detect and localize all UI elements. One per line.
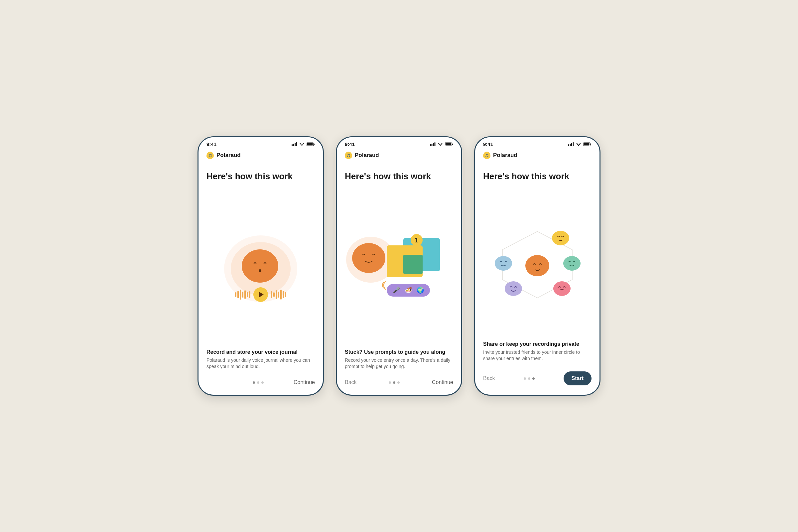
illustration-area-3 bbox=[483, 188, 591, 341]
phone-content-2: Here's how this work bbox=[337, 163, 461, 374]
wave-bar bbox=[249, 291, 250, 298]
app-name-1: Polaraud bbox=[216, 152, 241, 158]
wave-bar bbox=[280, 290, 282, 300]
status-time-1: 9:41 bbox=[207, 141, 216, 147]
svg-rect-1 bbox=[293, 144, 294, 146]
illustration-area-2: 1 🎤 🍜 🌍 bbox=[345, 188, 453, 349]
pagination-dots-3 bbox=[524, 377, 535, 380]
status-bar-2: 9:41 bbox=[337, 137, 461, 149]
wifi-icon-2 bbox=[438, 142, 443, 146]
svg-rect-23 bbox=[584, 143, 590, 145]
screen-title-1: Here's how this work bbox=[207, 171, 315, 182]
svg-rect-2 bbox=[294, 143, 296, 146]
p2-prompt-bar: 🎤 🍜 🌍 bbox=[387, 284, 430, 297]
app-name-3: Polaraud bbox=[493, 152, 517, 158]
svg-rect-12 bbox=[435, 142, 436, 146]
globe-icon: 🌍 bbox=[417, 287, 424, 294]
illustration-area-1 bbox=[207, 188, 315, 349]
wave-bar bbox=[276, 290, 277, 299]
wave-bar bbox=[285, 292, 286, 297]
svg-point-27 bbox=[495, 256, 512, 271]
p2-green-sq bbox=[403, 255, 423, 274]
start-button[interactable]: Start bbox=[564, 372, 591, 385]
continue-button-1[interactable]: Continue bbox=[293, 379, 315, 385]
p2-sound-waves bbox=[381, 281, 387, 290]
subtitle-1: Record and store your voice journal bbox=[207, 349, 315, 355]
wave-bar bbox=[283, 291, 284, 298]
status-icons-2 bbox=[430, 142, 453, 146]
svg-point-30 bbox=[553, 281, 571, 296]
svg-rect-15 bbox=[445, 143, 451, 145]
battery-icon-2 bbox=[445, 142, 453, 146]
svg-point-26 bbox=[552, 231, 569, 245]
dot-1-active bbox=[253, 381, 255, 384]
wave-bar bbox=[278, 291, 279, 298]
wifi-icon-3 bbox=[576, 142, 581, 146]
nav-bar-2: 🎵 Polaraud bbox=[337, 149, 461, 163]
screen-title-3: Here's how this work bbox=[483, 171, 591, 182]
dot-1 bbox=[389, 381, 391, 384]
status-time-2: 9:41 bbox=[345, 141, 355, 147]
back-button-3[interactable]: Back bbox=[483, 375, 495, 381]
svg-rect-17 bbox=[568, 144, 569, 146]
svg-point-16 bbox=[352, 243, 385, 273]
svg-point-28 bbox=[563, 256, 581, 271]
desc-3: Invite your trusted friends to your inne… bbox=[483, 349, 591, 362]
p2-badge: 1 bbox=[411, 234, 423, 246]
continue-button-2[interactable]: Continue bbox=[432, 379, 453, 385]
svg-point-29 bbox=[505, 281, 522, 296]
phone-content-1: Here's how this work bbox=[198, 163, 323, 374]
status-icons-1 bbox=[291, 142, 315, 146]
svg-rect-6 bbox=[307, 143, 313, 145]
phone-footer-2: Back Continue bbox=[337, 374, 461, 395]
desc-2: Record your voice entry once a day. Ther… bbox=[345, 357, 453, 370]
svg-rect-19 bbox=[571, 143, 572, 146]
back-button-2[interactable]: Back bbox=[345, 379, 357, 385]
sat-blob-mid-left bbox=[494, 255, 513, 271]
svg-rect-14 bbox=[452, 143, 453, 145]
play-button[interactable] bbox=[253, 287, 268, 302]
dot-3 bbox=[397, 381, 400, 384]
wave-bar bbox=[273, 292, 274, 297]
desc-1: Polaraud is your daily voice journal whe… bbox=[207, 357, 315, 370]
logo-icon-1: 🎵 bbox=[207, 152, 214, 159]
sat-blob-top-right bbox=[551, 229, 570, 246]
dot-3 bbox=[261, 381, 264, 384]
subtitle-3: Share or keep your recordings private bbox=[483, 341, 591, 347]
svg-rect-20 bbox=[573, 142, 574, 146]
dot-2 bbox=[528, 377, 530, 380]
mic-icon: 🎤 bbox=[393, 287, 400, 294]
sat-blob-mid-right bbox=[562, 255, 582, 271]
phone-footer-1: Continue bbox=[198, 374, 323, 395]
svg-rect-5 bbox=[314, 143, 315, 145]
battery-icon bbox=[307, 142, 315, 146]
dot-2-active bbox=[393, 381, 395, 384]
pagination-dots-2 bbox=[389, 381, 400, 384]
logo-icon-2: 🎵 bbox=[345, 152, 352, 159]
phones-container: 9:41 � bbox=[197, 136, 601, 396]
signal-icon bbox=[291, 142, 297, 146]
svg-point-7 bbox=[242, 249, 278, 283]
wave-bar bbox=[235, 292, 236, 297]
food-icon: 🍜 bbox=[405, 287, 412, 294]
status-time-3: 9:41 bbox=[483, 141, 493, 147]
play-icon bbox=[259, 291, 264, 298]
pagination-dots-1 bbox=[253, 381, 264, 384]
svg-rect-18 bbox=[570, 144, 571, 146]
wifi-icon bbox=[299, 142, 305, 146]
svg-rect-22 bbox=[590, 143, 591, 145]
status-bar-3: 9:41 bbox=[475, 137, 600, 149]
blob-illustration-1 bbox=[221, 235, 301, 302]
screen-title-2: Here's how this work bbox=[345, 171, 453, 182]
svg-point-25 bbox=[525, 255, 549, 276]
status-bar-1: 9:41 bbox=[198, 137, 323, 149]
svg-rect-10 bbox=[432, 144, 433, 146]
phone-footer-3: Back Start bbox=[475, 366, 600, 395]
signal-icon-3 bbox=[568, 142, 574, 146]
waveform bbox=[221, 287, 301, 302]
dot-1 bbox=[524, 377, 526, 380]
phone-content-3: Here's how this work bbox=[475, 163, 600, 366]
bottom-text-1: Record and store your voice journal Pola… bbox=[207, 349, 315, 374]
wave-bar bbox=[240, 290, 241, 300]
wave-bar bbox=[242, 291, 243, 298]
